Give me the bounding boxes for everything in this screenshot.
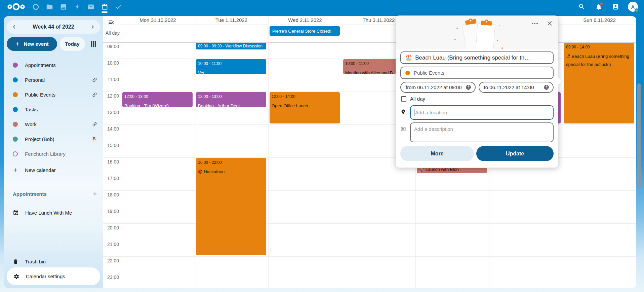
view-columns-icon[interactable]: [89, 40, 97, 48]
calendar-name-label: Fenchurch Library: [25, 151, 66, 157]
calendar-event[interactable]: 09:00 - 14:00🏖 Beach Luau (Bring somethi…: [564, 43, 634, 123]
description-row: Add a description: [400, 122, 554, 142]
calendar-list-item[interactable]: Personal: [4, 72, 103, 87]
trash-bin-label: Trash bin: [25, 259, 46, 264]
calendar-event[interactable]: 12:00 - 13:00Booking - Arthur Dent: [196, 92, 266, 107]
three-dot-menu-icon[interactable]: [531, 23, 538, 25]
previous-week-button[interactable]: [12, 25, 17, 29]
globe-icon[interactable]: [544, 84, 549, 90]
appointment-item-label: Have Lunch With Me: [25, 210, 72, 216]
hour-label: 15:00: [103, 143, 119, 148]
trash-icon: [13, 259, 18, 264]
calendar-list-item[interactable]: Tasks: [4, 102, 103, 117]
grid-line: [103, 190, 636, 191]
event-title-input[interactable]: 🏖️ Beach Luau (Bring something special f…: [400, 51, 554, 64]
photos-icon[interactable]: [59, 0, 67, 13]
shared-link-icon[interactable]: [90, 76, 98, 84]
day-header[interactable]: Tue 1.11.2022: [195, 16, 268, 25]
description-input[interactable]: Add a description: [410, 122, 554, 142]
calendar-event[interactable]: 10:00 - 11:00Vet: [196, 59, 266, 74]
status-online-dot: [635, 8, 639, 12]
week-navigation: Week 44 of 2022: [7, 20, 100, 34]
shared-user-badge: B: [91, 136, 97, 142]
new-event-button[interactable]: New event: [7, 37, 57, 51]
grid-line: [103, 174, 636, 174]
end-date-input[interactable]: to 06.11.2022 at 14:00: [479, 82, 554, 93]
event-time: 12:00 - 13:00: [198, 94, 264, 100]
popup-actions: [531, 21, 553, 26]
close-icon[interactable]: [547, 21, 553, 26]
activity-icon[interactable]: [73, 0, 81, 13]
hour-label: 20:00: [103, 225, 119, 230]
dashboard-icon[interactable]: [32, 0, 40, 13]
next-week-button[interactable]: [90, 25, 95, 29]
calendar-event[interactable]: 12:00 - 13:00Booking - Tim (Wizard): [122, 92, 193, 107]
start-date-input[interactable]: from 06.11.2022 at 09:00: [400, 82, 476, 93]
calendar-select[interactable]: Public Events: [400, 67, 554, 79]
event-title: 😎 Hackathon: [198, 168, 264, 176]
scrollbar-thumb[interactable]: [637, 83, 641, 188]
calendar-list: AppointmentsPersonalPublic EventsTasksWo…: [4, 58, 103, 177]
globe-icon[interactable]: [466, 84, 471, 90]
notification-badge: [600, 2, 603, 5]
calendar-list-item[interactable]: Project (Bob)B: [4, 132, 103, 146]
day-header[interactable]: Wed 2.11.2022: [268, 16, 342, 25]
app-navigation: [32, 0, 122, 13]
event-time: 12:00 - 14:00: [272, 94, 338, 100]
calendar-item-trailing: [92, 92, 97, 98]
location-pin-icon: [400, 109, 406, 115]
day-header[interactable]: Mon 31.10.2022: [121, 16, 195, 25]
nextcloud-logo[interactable]: [7, 2, 26, 11]
event-title: Booking - Arthur Dent: [198, 102, 264, 107]
location-input[interactable]: Add a location: [410, 105, 554, 120]
calendar-name-label: Work: [25, 121, 37, 127]
grid-line: [563, 16, 563, 288]
calendar-event[interactable]: 16:00 - 22:00😎 Hackathon: [196, 158, 266, 255]
calendar-list-item[interactable]: Appointments: [4, 58, 103, 72]
mail-icon[interactable]: [87, 0, 95, 13]
calendar-event[interactable]: Pierre's General Store Closed!: [270, 26, 340, 36]
add-appointment-button[interactable]: [92, 191, 97, 196]
day-header[interactable]: Sun 6.11.2022: [563, 16, 636, 25]
tasks-icon[interactable]: [114, 0, 122, 13]
calendar-icon[interactable]: [100, 0, 109, 13]
event-time: 16:00 - 22:00: [198, 160, 264, 166]
event-time: 09:00 - 14:00: [566, 44, 632, 50]
hour-label: 14:00: [103, 126, 119, 132]
calendar-event[interactable]: 09:00 - 09:30 - Workflow Discussion: [196, 43, 266, 49]
week-label: Week 44 of 2022: [33, 24, 74, 30]
files-icon[interactable]: [45, 0, 53, 13]
calendar-name-label: Project (Bob): [25, 136, 54, 142]
shared-link-icon[interactable]: [90, 90, 98, 99]
location-row: Add a location: [400, 105, 554, 120]
all-day-checkbox[interactable]: [401, 96, 406, 102]
calendar-settings-button[interactable]: Calendar settings: [7, 267, 100, 285]
trash-bin-item[interactable]: Trash bin: [13, 255, 97, 267]
contacts-icon[interactable]: [611, 2, 620, 11]
calendar-list-item[interactable]: Fenchurch Library: [4, 146, 103, 161]
hour-label: 18:00: [103, 192, 119, 197]
update-button[interactable]: Update: [476, 146, 554, 161]
popup-header: [396, 16, 558, 49]
calendar-list-item[interactable]: Work: [4, 117, 103, 132]
new-calendar-button[interactable]: New calendar: [4, 162, 103, 177]
event-title: Vet: [198, 69, 264, 74]
end-date-value: to 06.11.2022 at 14:00: [484, 84, 534, 90]
notifications-icon[interactable]: [594, 2, 603, 11]
calendar-event[interactable]: 12:00 - 14:00Open Office Lunch: [270, 92, 340, 123]
calendar-item-trailing: [92, 77, 97, 83]
more-button[interactable]: More: [400, 146, 474, 161]
grid-line: [103, 207, 636, 207]
hour-label: 12:00: [103, 93, 119, 99]
nextcloud-calendar-app: { "topbar": { "avatar_letter": "A", "ico…: [0, 0, 644, 292]
today-button[interactable]: Today: [59, 37, 85, 51]
all-day-checkbox-label: All day: [410, 96, 425, 102]
appointment-item[interactable]: Have Lunch With Me: [13, 207, 97, 219]
avatar[interactable]: A: [628, 2, 638, 12]
grid-line: [103, 256, 636, 257]
grid-line: [195, 16, 195, 288]
description-placeholder: Add a description: [414, 126, 453, 132]
calendar-list-item[interactable]: Public Events: [4, 87, 103, 102]
search-icon[interactable]: [577, 2, 586, 11]
shared-link-icon[interactable]: [90, 120, 98, 128]
